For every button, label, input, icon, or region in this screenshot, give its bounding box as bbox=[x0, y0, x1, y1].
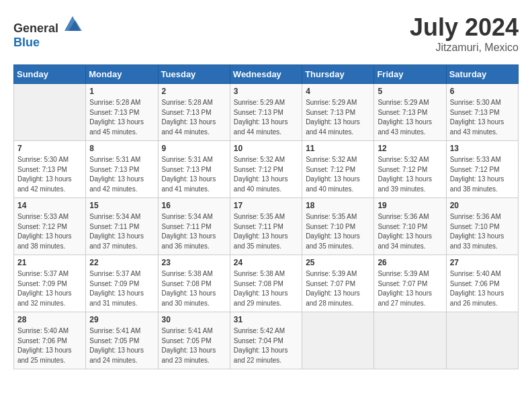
col-header-thursday: Thursday bbox=[302, 65, 374, 84]
day-number: 9 bbox=[162, 144, 226, 153]
logo-blue: Blue bbox=[13, 36, 40, 49]
col-header-tuesday: Tuesday bbox=[158, 65, 230, 84]
page-header: General Blue July 2024 Jitzamuri, Mexico bbox=[13, 13, 519, 54]
calendar-cell: 21Sunrise: 5:37 AMSunset: 7:09 PMDayligh… bbox=[14, 255, 86, 312]
day-number: 27 bbox=[450, 258, 515, 267]
day-number: 3 bbox=[234, 87, 298, 96]
calendar-cell: 13Sunrise: 5:33 AMSunset: 7:12 PMDayligh… bbox=[446, 141, 518, 198]
day-number: 6 bbox=[450, 87, 515, 96]
calendar-week-5: 28Sunrise: 5:40 AMSunset: 7:06 PMDayligh… bbox=[14, 312, 519, 369]
calendar-cell: 16Sunrise: 5:34 AMSunset: 7:11 PMDayligh… bbox=[158, 198, 230, 255]
day-number: 15 bbox=[89, 201, 154, 210]
col-header-monday: Monday bbox=[86, 65, 158, 84]
calendar-cell: 3Sunrise: 5:29 AMSunset: 7:13 PMDaylight… bbox=[230, 84, 302, 141]
day-info: Sunrise: 5:40 AMSunset: 7:06 PMDaylight:… bbox=[450, 269, 515, 308]
col-header-sunday: Sunday bbox=[14, 65, 86, 84]
day-number: 10 bbox=[234, 144, 298, 153]
day-info: Sunrise: 5:36 AMSunset: 7:10 PMDaylight:… bbox=[450, 212, 515, 251]
day-number: 16 bbox=[162, 201, 226, 210]
day-number: 11 bbox=[306, 144, 370, 153]
day-info: Sunrise: 5:36 AMSunset: 7:10 PMDaylight:… bbox=[378, 212, 442, 251]
calendar-cell: 27Sunrise: 5:40 AMSunset: 7:06 PMDayligh… bbox=[446, 255, 518, 312]
calendar-cell: 19Sunrise: 5:36 AMSunset: 7:10 PMDayligh… bbox=[374, 198, 446, 255]
day-number: 30 bbox=[162, 315, 226, 324]
day-number: 12 bbox=[378, 144, 442, 153]
day-number: 21 bbox=[17, 258, 82, 267]
day-info: Sunrise: 5:40 AMSunset: 7:06 PMDaylight:… bbox=[17, 326, 82, 365]
calendar-cell: 15Sunrise: 5:34 AMSunset: 7:11 PMDayligh… bbox=[86, 198, 158, 255]
day-info: Sunrise: 5:31 AMSunset: 7:13 PMDaylight:… bbox=[162, 155, 226, 194]
day-number: 25 bbox=[306, 258, 370, 267]
day-info: Sunrise: 5:30 AMSunset: 7:13 PMDaylight:… bbox=[450, 98, 515, 137]
day-info: Sunrise: 5:41 AMSunset: 7:05 PMDaylight:… bbox=[89, 326, 154, 365]
calendar-cell: 24Sunrise: 5:38 AMSunset: 7:08 PMDayligh… bbox=[230, 255, 302, 312]
day-number: 1 bbox=[89, 87, 154, 96]
day-number: 31 bbox=[234, 315, 298, 324]
calendar-cell: 23Sunrise: 5:38 AMSunset: 7:08 PMDayligh… bbox=[158, 255, 230, 312]
day-info: Sunrise: 5:38 AMSunset: 7:08 PMDaylight:… bbox=[234, 269, 298, 308]
calendar-cell: 9Sunrise: 5:31 AMSunset: 7:13 PMDaylight… bbox=[158, 141, 230, 198]
logo: General Blue bbox=[13, 13, 82, 50]
day-number: 5 bbox=[378, 87, 442, 96]
calendar-cell: 6Sunrise: 5:30 AMSunset: 7:13 PMDaylight… bbox=[446, 84, 518, 141]
calendar-cell: 29Sunrise: 5:41 AMSunset: 7:05 PMDayligh… bbox=[86, 312, 158, 369]
col-header-saturday: Saturday bbox=[446, 65, 518, 84]
day-number: 24 bbox=[234, 258, 298, 267]
day-number: 29 bbox=[89, 315, 154, 324]
logo-general: General bbox=[13, 21, 58, 35]
title-block: July 2024 Jitzamuri, Mexico bbox=[410, 13, 519, 54]
calendar-week-4: 21Sunrise: 5:37 AMSunset: 7:09 PMDayligh… bbox=[14, 255, 519, 312]
calendar-table: SundayMondayTuesdayWednesdayThursdayFrid… bbox=[13, 64, 519, 369]
calendar-cell bbox=[374, 312, 446, 369]
day-number: 17 bbox=[234, 201, 298, 210]
calendar-cell: 4Sunrise: 5:29 AMSunset: 7:13 PMDaylight… bbox=[302, 84, 374, 141]
day-info: Sunrise: 5:32 AMSunset: 7:12 PMDaylight:… bbox=[378, 155, 442, 194]
calendar-cell: 1Sunrise: 5:28 AMSunset: 7:13 PMDaylight… bbox=[86, 84, 158, 141]
logo-icon bbox=[63, 13, 82, 32]
calendar-cell: 30Sunrise: 5:41 AMSunset: 7:05 PMDayligh… bbox=[158, 312, 230, 369]
day-info: Sunrise: 5:32 AMSunset: 7:12 PMDaylight:… bbox=[306, 155, 370, 194]
calendar-cell: 28Sunrise: 5:40 AMSunset: 7:06 PMDayligh… bbox=[14, 312, 86, 369]
day-number: 20 bbox=[450, 201, 515, 210]
day-number: 2 bbox=[162, 87, 226, 96]
calendar-cell: 2Sunrise: 5:28 AMSunset: 7:13 PMDaylight… bbox=[158, 84, 230, 141]
calendar-cell: 31Sunrise: 5:42 AMSunset: 7:04 PMDayligh… bbox=[230, 312, 302, 369]
day-info: Sunrise: 5:31 AMSunset: 7:13 PMDaylight:… bbox=[89, 155, 154, 194]
calendar-cell bbox=[446, 312, 518, 369]
day-info: Sunrise: 5:28 AMSunset: 7:13 PMDaylight:… bbox=[162, 98, 226, 137]
col-header-friday: Friday bbox=[374, 65, 446, 84]
day-number: 19 bbox=[378, 201, 442, 210]
calendar-cell: 25Sunrise: 5:39 AMSunset: 7:07 PMDayligh… bbox=[302, 255, 374, 312]
day-info: Sunrise: 5:35 AMSunset: 7:11 PMDaylight:… bbox=[234, 212, 298, 251]
calendar-week-2: 7Sunrise: 5:30 AMSunset: 7:13 PMDaylight… bbox=[14, 141, 519, 198]
calendar-cell: 20Sunrise: 5:36 AMSunset: 7:10 PMDayligh… bbox=[446, 198, 518, 255]
day-info: Sunrise: 5:29 AMSunset: 7:13 PMDaylight:… bbox=[234, 98, 298, 137]
header-row: SundayMondayTuesdayWednesdayThursdayFrid… bbox=[14, 65, 519, 84]
day-info: Sunrise: 5:28 AMSunset: 7:13 PMDaylight:… bbox=[89, 98, 154, 137]
day-number: 4 bbox=[306, 87, 370, 96]
day-info: Sunrise: 5:33 AMSunset: 7:12 PMDaylight:… bbox=[17, 212, 82, 251]
day-info: Sunrise: 5:29 AMSunset: 7:13 PMDaylight:… bbox=[378, 98, 442, 137]
day-info: Sunrise: 5:30 AMSunset: 7:13 PMDaylight:… bbox=[17, 155, 82, 194]
calendar-cell: 22Sunrise: 5:37 AMSunset: 7:09 PMDayligh… bbox=[86, 255, 158, 312]
calendar-cell: 11Sunrise: 5:32 AMSunset: 7:12 PMDayligh… bbox=[302, 141, 374, 198]
day-number: 8 bbox=[89, 144, 154, 153]
day-info: Sunrise: 5:32 AMSunset: 7:12 PMDaylight:… bbox=[234, 155, 298, 194]
day-number: 7 bbox=[17, 144, 82, 153]
calendar-cell: 14Sunrise: 5:33 AMSunset: 7:12 PMDayligh… bbox=[14, 198, 86, 255]
day-number: 22 bbox=[89, 258, 154, 267]
calendar-cell: 5Sunrise: 5:29 AMSunset: 7:13 PMDaylight… bbox=[374, 84, 446, 141]
day-info: Sunrise: 5:33 AMSunset: 7:12 PMDaylight:… bbox=[450, 155, 515, 194]
location-subtitle: Jitzamuri, Mexico bbox=[410, 42, 519, 54]
calendar-cell: 17Sunrise: 5:35 AMSunset: 7:11 PMDayligh… bbox=[230, 198, 302, 255]
day-number: 13 bbox=[450, 144, 515, 153]
day-info: Sunrise: 5:42 AMSunset: 7:04 PMDaylight:… bbox=[234, 326, 298, 365]
day-info: Sunrise: 5:35 AMSunset: 7:10 PMDaylight:… bbox=[306, 212, 370, 251]
calendar-cell bbox=[302, 312, 374, 369]
day-info: Sunrise: 5:37 AMSunset: 7:09 PMDaylight:… bbox=[89, 269, 154, 308]
day-info: Sunrise: 5:37 AMSunset: 7:09 PMDaylight:… bbox=[17, 269, 82, 308]
calendar-cell: 26Sunrise: 5:39 AMSunset: 7:07 PMDayligh… bbox=[374, 255, 446, 312]
day-info: Sunrise: 5:41 AMSunset: 7:05 PMDaylight:… bbox=[162, 326, 226, 365]
day-number: 26 bbox=[378, 258, 442, 267]
calendar-cell: 7Sunrise: 5:30 AMSunset: 7:13 PMDaylight… bbox=[14, 141, 86, 198]
